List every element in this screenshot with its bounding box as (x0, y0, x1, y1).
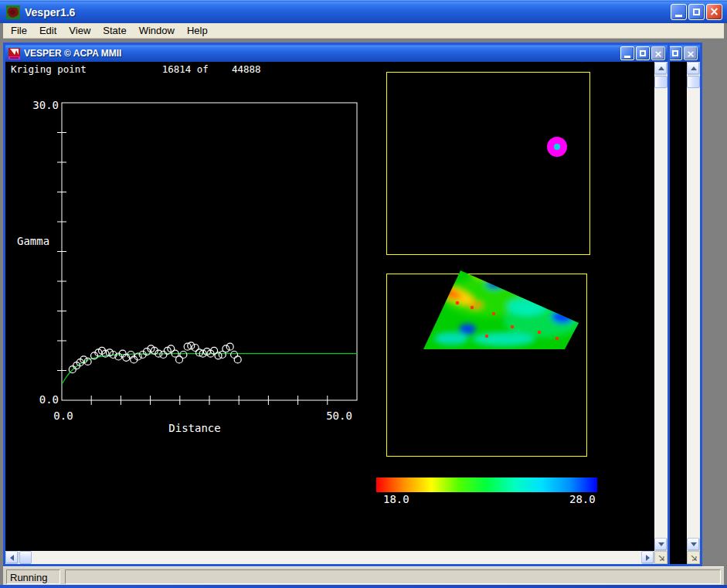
chart-label: Gamma (17, 235, 49, 247)
child-close-button: × (651, 46, 665, 60)
child-body: Kriging point 16814 of 44888 30.00.00.05… (5, 62, 668, 564)
scroll-right-button[interactable] (641, 551, 654, 564)
chart-label: Distance (168, 422, 220, 434)
arrow-up-icon (691, 66, 697, 70)
variogram-point (231, 352, 238, 359)
variogram-point (192, 345, 199, 352)
color-scale-min-label: 18.0 (383, 493, 409, 505)
scroll-up-button[interactable] (654, 62, 668, 75)
close-icon: × (654, 49, 663, 59)
variogram-point (180, 352, 187, 359)
scroll-down-button[interactable] (654, 538, 668, 551)
vesper-application-window: Vesper1.6 × File Edit View State Window … (0, 0, 727, 588)
scroll-left-button[interactable] (5, 551, 19, 564)
arrow-right-icon (646, 555, 650, 561)
chart-label: 30.0 (32, 99, 59, 111)
grip-dots (663, 559, 664, 561)
child-vertical-scrollbar[interactable] (654, 62, 668, 551)
minimize-button[interactable] (671, 4, 687, 20)
menu-help[interactable]: Help (181, 23, 214, 38)
maximize-icon (672, 50, 678, 56)
menu-edit[interactable]: Edit (33, 23, 63, 38)
vesper-app-icon (6, 5, 20, 19)
grip-dots (695, 559, 697, 561)
child-titlebar: VESPER © ACPA MMII × (5, 45, 668, 62)
variogram-point (160, 352, 167, 359)
child-maximize-button[interactable] (636, 46, 650, 60)
minimize-icon (624, 56, 630, 58)
variogram-point (226, 343, 233, 350)
scroll-thumb[interactable] (19, 551, 32, 564)
menu-window[interactable]: Window (133, 23, 181, 38)
scroll-thumb[interactable] (654, 76, 668, 88)
menu-view[interactable]: View (63, 23, 97, 38)
arrow-left-icon (10, 555, 14, 561)
status-state-panel: Running (6, 569, 60, 584)
color-scale-bar (376, 478, 597, 492)
status-main-panel (65, 569, 721, 584)
window-title: Vesper1.6 (25, 6, 669, 19)
mdi-client-area: × ↘ (3, 39, 724, 566)
current-point-center-dot (554, 144, 560, 150)
current-kriging-point-marker (547, 137, 567, 157)
background-close-button: × (684, 46, 698, 60)
vesper-display-canvas: Kriging point 16814 of 44888 30.00.00.05… (5, 62, 654, 551)
child-minimize-button[interactable] (620, 46, 634, 60)
kriging-neighborhood-map (386, 72, 590, 255)
chart-label: 50.0 (326, 410, 352, 422)
minimize-icon (675, 15, 682, 17)
chart-label: 0.0 (53, 410, 73, 422)
maximize-icon (693, 8, 700, 15)
background-maximize-button[interactable] (668, 46, 682, 60)
close-button[interactable]: × (706, 4, 722, 20)
variogram-point (234, 356, 241, 363)
kriged-field-map (411, 259, 596, 359)
menu-state[interactable]: State (97, 23, 132, 38)
close-icon: × (709, 6, 719, 18)
statusbar: Running (3, 566, 724, 585)
close-icon: × (687, 49, 695, 59)
scroll-down-button[interactable] (687, 538, 700, 551)
menubar: File Edit View State Window Help (3, 23, 724, 39)
variogram-point (223, 345, 229, 352)
maximize-button[interactable] (688, 4, 705, 20)
chart-label: 0.0 (39, 393, 59, 406)
vesper-child-window: VESPER © ACPA MMII × Kriging point 16814… (3, 42, 670, 566)
arrow-down-icon (691, 542, 697, 546)
child-horizontal-scrollbar[interactable] (5, 551, 654, 564)
variogram-chart: 30.00.00.050.0GammaDistance (5, 62, 376, 448)
menu-file[interactable]: File (5, 23, 33, 38)
background-resize-grip[interactable]: ↘ (687, 551, 700, 564)
fitted-model-curve (62, 354, 357, 385)
arrow-up-icon (658, 66, 664, 70)
window-frame-bottom (0, 585, 727, 588)
main-titlebar: Vesper1.6 × (0, 0, 727, 23)
maximize-icon (640, 50, 646, 56)
child-resize-grip[interactable]: ↘ (654, 551, 668, 564)
vesper-document-icon (8, 48, 20, 59)
scroll-thumb[interactable] (687, 76, 700, 88)
background-vertical-scrollbar[interactable] (687, 62, 700, 551)
scroll-up-button[interactable] (687, 62, 700, 75)
color-scale-max-label: 28.0 (569, 493, 596, 505)
child-window-title: VESPER © ACPA MMII (24, 48, 619, 59)
arrow-down-icon (658, 542, 664, 546)
